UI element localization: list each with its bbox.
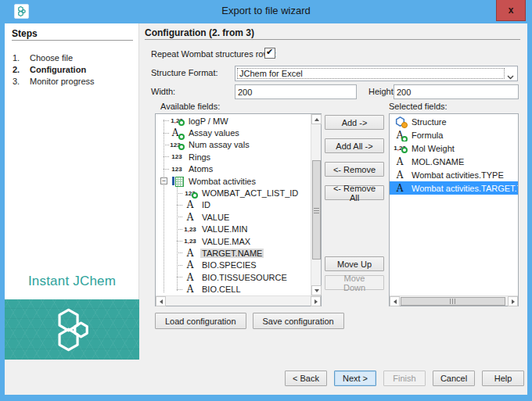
export-wizard-dialog: Export to file wizard x Steps 1.Choose f…	[0, 0, 532, 401]
tree-item-id[interactable]: AID	[156, 199, 311, 211]
height-label: Height:	[368, 87, 396, 96]
text-field-icon: A	[182, 248, 198, 259]
scrollbar-thumb[interactable]	[312, 160, 321, 260]
chevron-down-icon[interactable]	[507, 72, 514, 81]
finish-button[interactable]: Finish	[383, 371, 426, 386]
help-button[interactable]: Help	[482, 371, 524, 386]
tree-guide	[164, 133, 169, 134]
available-fields-tree: 1,23logP / MWAcAssay values123cNum assay…	[156, 115, 311, 295]
scroll-left-button[interactable]	[390, 296, 400, 306]
tree-item-num-assay-vals[interactable]: 123cNum assay vals	[156, 139, 311, 151]
table-icon	[169, 177, 185, 185]
tree-item-wombat-act-list-id[interactable]: 123WOMBAT_ACT_LIST_ID	[156, 187, 311, 199]
selected-fields-list[interactable]: StructureAFormula1,23Mol WeightAMOL.GNAM…	[389, 113, 519, 306]
scroll-right-button[interactable]	[508, 296, 518, 306]
scroll-left-button[interactable]	[156, 296, 166, 306]
arrow-left-icon	[160, 299, 163, 304]
field-label: Structure	[410, 117, 448, 127]
steps-divider	[12, 40, 133, 41]
step-label: Monitor progress	[30, 77, 95, 86]
width-input[interactable]	[235, 84, 357, 99]
tree-guide	[177, 252, 182, 253]
tree-item-bio-tissuesource[interactable]: ABIO.TISSUESOURCE	[156, 271, 311, 283]
horizontal-scrollbar[interactable]	[156, 295, 321, 306]
tree-guide	[177, 289, 182, 290]
arrow-right-icon	[512, 299, 515, 304]
tree-guide	[177, 217, 182, 217]
tree-item-logp-mw[interactable]: 1,23logP / MW	[156, 115, 311, 127]
close-button[interactable]: x	[496, 0, 526, 21]
tree-item-value[interactable]: AVALUE	[156, 211, 311, 223]
selected-item-mol-gname[interactable]: AMOL.GNAME	[390, 155, 518, 168]
add-button[interactable]: Add ->	[325, 115, 384, 130]
decimal-field-icon: 1,23	[182, 226, 198, 233]
sidebar-step-monitor-progress: 3.Monitor progress	[13, 75, 135, 87]
height-input[interactable]	[394, 84, 519, 99]
back-button[interactable]: < Back	[285, 371, 327, 386]
scroll-right-button[interactable]	[311, 296, 321, 306]
selected-item-formula[interactable]: AFormula	[390, 128, 518, 141]
repeat-rows-checkbox[interactable]	[264, 48, 275, 59]
structure-format-select[interactable]: JChem for Excel	[235, 66, 518, 81]
selected-item-structure[interactable]: Structure	[390, 115, 518, 128]
vertical-scrollbar[interactable]	[311, 114, 321, 295]
field-label: ID	[200, 200, 212, 209]
tree-guide	[177, 241, 182, 242]
width-label: Width:	[151, 87, 175, 96]
save-configuration-button[interactable]: Save configuration	[253, 313, 344, 329]
repeat-rows-label: Repeat Wombat structures rows:	[151, 49, 276, 59]
field-label: VALUE	[200, 213, 231, 222]
field-label: Mol Weight	[410, 144, 456, 153]
decimal-field-icon: 1,23	[169, 117, 185, 124]
field-label: TARGET.NAME	[200, 249, 264, 258]
horizontal-scrollbar[interactable]	[390, 295, 518, 306]
footer-buttons: < BackNext >FinishCancelHelp	[285, 371, 524, 386]
header-divider	[145, 39, 520, 40]
tree-item-bio-cell[interactable]: ABIO.CELL	[156, 283, 311, 295]
tree-item-atoms[interactable]: 123Atoms	[156, 163, 311, 175]
scrollbar-thumb[interactable]	[401, 297, 505, 306]
calculated-field-badge	[178, 144, 185, 150]
thumb-grip-icon	[314, 207, 319, 213]
text-field-icon: A	[182, 260, 198, 270]
remove-all-button[interactable]: <- Remove All	[325, 185, 384, 200]
selected-item-mol-weight[interactable]: 1,23Mol Weight	[390, 141, 518, 155]
tree-item-wombat-activities[interactable]: Wombat activities	[156, 175, 311, 187]
move-down-button[interactable]: Move Down	[325, 275, 384, 290]
move-up-button[interactable]: Move Up	[325, 256, 384, 271]
cancel-button[interactable]: Cancel	[433, 371, 475, 386]
tree-item-assay-values[interactable]: AcAssay values	[156, 127, 311, 138]
selected-fields-label: Selected fields:	[389, 102, 448, 111]
wizard-steps-sidebar: Steps 1.Choose file2.Configuration3.Moni…	[5, 23, 139, 360]
scroll-down-button[interactable]	[311, 285, 322, 295]
tree-guide	[164, 156, 169, 157]
page-title: Configuration (2. from 3)	[145, 27, 254, 38]
tree-item-target-name[interactable]: ATARGET.NAME	[156, 247, 311, 259]
next-button[interactable]: Next >	[334, 371, 376, 386]
structure-badge	[401, 122, 408, 128]
tree-collapse-icon[interactable]	[160, 177, 167, 184]
calculated-field-badge	[178, 120, 185, 126]
tree-item-value-max[interactable]: 1,23VALUE.MAX	[156, 235, 311, 247]
selected-item-wombat-activities-type[interactable]: AWombat activities.TYPE	[390, 168, 518, 181]
tree-item-bio-species[interactable]: ABIO.SPECIES	[156, 260, 311, 271]
order-buttons: Move UpMove Down	[325, 256, 384, 290]
tree-item-rings[interactable]: 123Rings	[156, 151, 311, 163]
load-configuration-button[interactable]: Load configuration	[155, 313, 246, 329]
tree-guide	[177, 277, 182, 277]
selected-item-wombat-activities-target-type[interactable]: AWombat activities.TARGET.TYPE	[390, 181, 518, 195]
titlebar[interactable]: Export to file wizard x	[0, 0, 532, 23]
tree-item-value-min[interactable]: 1,23VALUE.MIN	[156, 224, 311, 235]
transfer-buttons: Add ->Add All -><- Remove<- Remove All	[325, 115, 384, 200]
tree-guide	[164, 145, 169, 145]
remove-button[interactable]: <- Remove	[325, 162, 384, 177]
scroll-up-button[interactable]	[311, 114, 322, 124]
brand-name: Instant JChem	[5, 274, 139, 289]
decimal-field-icon: 1,23	[392, 145, 408, 152]
calculated-field-badge	[192, 192, 198, 199]
available-fields-list[interactable]: 1,23logP / MWAcAssay values123cNum assay…	[155, 113, 322, 306]
text-field-icon: A	[182, 199, 198, 210]
add-all-button[interactable]: Add All ->	[325, 138, 384, 153]
field-label: logP / MW	[187, 116, 230, 126]
field-label: BIO.SPECIES	[200, 260, 258, 270]
